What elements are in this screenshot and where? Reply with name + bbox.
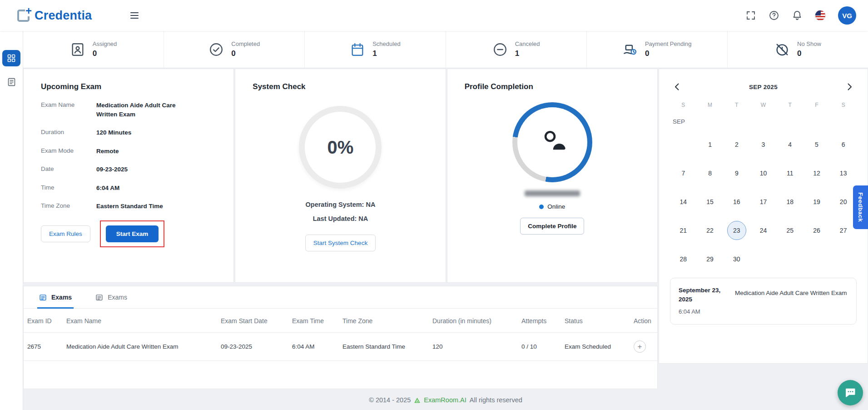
table-header-row: Exam ID Exam Name Exam Start Date Exam T… [24,309,657,333]
person-icon [536,126,568,158]
calendar-day[interactable]: 9 [727,164,746,183]
cell-exam-time: 6:04 AM [288,333,339,361]
stat-value: 0 [797,49,821,58]
calendar-day[interactable]: 17 [754,192,773,211]
calendar-day[interactable]: 6 [834,135,853,154]
calendar-day[interactable]: 22 [700,221,719,240]
calendar-event-card[interactable]: September 23, 2025 6:04 AM Medication Ai… [670,278,857,325]
stat-label: No Show [797,40,821,47]
stat-no-show[interactable]: No Show 0 [727,31,868,68]
calendar-day[interactable]: 3 [754,135,773,154]
calendar-day[interactable]: 8 [700,164,719,183]
stat-label: Payment Pending [645,40,692,47]
exam-status-link[interactable]: Exam Scheduled [561,333,630,361]
credentia-logo-icon: + [17,10,30,22]
col-exam-time: Exam Time [288,309,339,333]
calendar-day[interactable]: 18 [780,192,799,211]
event-date: September 23, 2025 [679,286,726,304]
calendar-day[interactable]: 16 [727,192,746,211]
calendar-day-selected[interactable]: 23 [727,221,746,240]
calendar-icon [350,42,365,57]
calendar-day[interactable]: 24 [754,221,773,240]
examroom-brand[interactable]: ExamRoom.AI [424,396,466,404]
tab-exams-1[interactable]: Exams [37,286,74,308]
dashboard-grid-icon [7,54,16,63]
calendar-day[interactable]: 14 [674,192,693,211]
check-circle-icon [208,42,224,57]
calendar-day[interactable]: 5 [807,135,826,154]
stat-value: 1 [515,49,540,58]
start-system-check-button[interactable]: Start System Check [305,235,376,251]
copyright-text: © 2014 - 2025 [369,396,411,404]
stat-label: Assigned [93,40,117,47]
stat-value: 1 [372,49,400,58]
stat-payment-pending[interactable]: Payment Pending 0 [586,31,727,68]
rights-text: All rights reserved [470,396,522,404]
cell-duration: 120 [429,333,518,361]
document-list-icon [7,77,16,87]
col-exam-start-date: Exam Start Date [217,309,288,333]
stat-completed[interactable]: Completed 0 [164,31,304,68]
calendar-day [834,250,853,269]
cell-start-date: 09-23-2025 [217,333,288,361]
calendar-day[interactable]: 10 [754,164,773,183]
row-expand-plus-button[interactable]: + [634,340,646,353]
calendar-day[interactable]: 28 [674,250,693,269]
calendar-day[interactable]: 21 [674,221,693,240]
blurred-user-name [525,190,580,196]
stat-value: 0 [231,49,260,58]
stat-label: Canceled [515,40,540,47]
calendar-day[interactable]: 2 [727,135,746,154]
user-avatar[interactable]: VG [838,6,856,25]
calendar-panel: SEP 2025 S M T W T F S SEP 1 2 3 4 5 6 7… [659,69,868,364]
hamburger-menu-icon[interactable] [129,10,140,21]
upcoming-exam-title: Upcoming Exam [41,82,216,91]
feedback-tab[interactable]: Feedback [853,185,868,229]
complete-profile-button[interactable]: Complete Profile [520,218,584,235]
chat-bubble-icon [844,386,857,399]
calendar-day[interactable]: 27 [834,221,853,240]
language-flag-icon[interactable] [815,10,826,21]
calendar-day[interactable]: 30 [727,250,746,269]
help-icon[interactable] [769,10,779,21]
stat-scheduled[interactable]: Scheduled 1 [304,31,445,68]
calendar-day[interactable]: 19 [807,192,826,211]
calendar-day[interactable]: 11 [780,164,799,183]
table-row: 2675 Medication Aide Adult Care Written … [24,333,657,361]
calendar-day[interactable]: 12 [807,164,826,183]
col-action: Action [630,309,657,333]
field-exam-name: Exam Name Medication Aide Adult Care Wri… [41,101,216,119]
sidebar-item-dashboard[interactable] [2,50,20,66]
calendar-day-headers: S M T W T F S [670,102,857,108]
calendar-day[interactable]: 25 [780,221,799,240]
col-duration: Duration (in minutes) [429,309,518,333]
online-status-label: Online [547,203,565,210]
calendar-day[interactable]: 7 [674,164,693,183]
calendar-next-icon[interactable] [844,81,855,92]
payment-clock-icon [622,42,638,57]
page-footer: © 2014 - 2025 ExamRoom.AI All rights res… [23,390,868,410]
calendar-day[interactable]: 29 [700,250,719,269]
fullscreen-icon[interactable] [745,10,756,21]
calendar-day[interactable]: 15 [700,192,719,211]
stat-assigned[interactable]: Assigned 0 [23,31,164,68]
calendar-prev-icon[interactable] [672,81,683,92]
system-check-card: System Check 0% Operating System: NA Las… [235,69,446,283]
stat-canceled[interactable]: Canceled 1 [446,31,586,68]
exam-rules-button[interactable]: Exam Rules [41,225,90,242]
notifications-bell-icon[interactable] [792,10,803,21]
calendar-day[interactable]: 13 [834,164,853,183]
sidebar-item-exams[interactable] [2,75,20,89]
stats-bar: Assigned 0 Completed 0 Scheduled 1 Cance… [23,31,868,68]
calendar-day[interactable]: 26 [807,221,826,240]
calendar-day[interactable]: 1 [700,135,719,154]
calendar-day[interactable]: 20 [834,192,853,211]
tab-exams-2[interactable]: Exams [94,286,129,308]
logo-text: Credentia [35,9,92,23]
start-exam-button[interactable]: Start Exam [106,225,159,242]
calendar-day[interactable]: 4 [780,135,799,154]
col-status: Status [561,309,630,333]
calendar-month-label: SEP 2025 [749,84,778,90]
credentia-logo[interactable]: + Credentia [17,9,92,23]
chat-widget-button[interactable] [838,380,863,405]
